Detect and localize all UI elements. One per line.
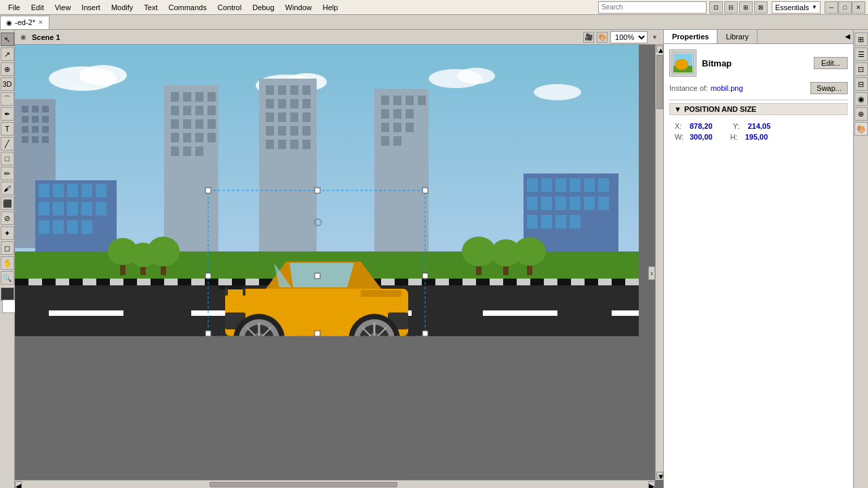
scroll-thumb-h[interactable] xyxy=(210,482,397,487)
tool-eraser[interactable]: ◻ xyxy=(1,241,14,255)
tool-paint[interactable]: ⬛ xyxy=(1,197,14,210)
panel-collapse-btn[interactable]: ◀ xyxy=(842,30,853,43)
instance-row: Instance of: mobil.png Swap... xyxy=(669,82,848,94)
hscroll-track[interactable] xyxy=(22,481,648,488)
tool-lasso[interactable]: ⌒ xyxy=(1,92,14,106)
scroll-thumb-v[interactable] xyxy=(656,55,663,109)
tab-close-icon[interactable]: ✕ xyxy=(38,19,43,26)
scroll-up-btn[interactable]: ▲ xyxy=(656,45,663,52)
menu-modify[interactable]: Modify xyxy=(106,2,138,13)
svg-rect-58 xyxy=(266,140,274,149)
svg-rect-168 xyxy=(49,310,123,316)
menu-control[interactable]: Control xyxy=(212,2,247,13)
svg-rect-56 xyxy=(290,126,298,136)
zoom-arrow-icon[interactable]: ▼ xyxy=(652,34,658,41)
right-icon-4[interactable]: ⊟ xyxy=(854,77,868,91)
menu-edit[interactable]: Edit xyxy=(26,2,50,13)
menu-window[interactable]: Window xyxy=(280,2,317,13)
menu-insert[interactable]: Insert xyxy=(76,2,106,13)
scroll-left-btn[interactable]: ◀ xyxy=(15,481,22,488)
menu-commands[interactable]: Commands xyxy=(163,2,212,13)
tab-library[interactable]: Library xyxy=(717,30,757,43)
svg-rect-124 xyxy=(42,279,56,285)
close-btn[interactable]: ✕ xyxy=(852,1,865,14)
section-position-header[interactable]: ▼ POSITION AND SIZE xyxy=(669,103,848,115)
tool-text[interactable]: T xyxy=(1,122,14,136)
svg-rect-59 xyxy=(278,140,286,149)
tool-transform[interactable]: ⊕ xyxy=(1,62,14,76)
right-icon-3[interactable]: ⊡ xyxy=(854,62,868,76)
zoom-select[interactable]: 100% 50% 200% xyxy=(610,31,648,43)
svg-rect-26 xyxy=(171,106,179,115)
svg-rect-17 xyxy=(42,126,49,133)
tool-eyedropper[interactable]: ✦ xyxy=(1,226,14,240)
vertical-scrollbar[interactable]: ▲ ▼ xyxy=(655,45,663,480)
swap-button[interactable]: Swap... xyxy=(810,82,848,94)
tool-inkbottle[interactable]: ⊘ xyxy=(1,211,14,225)
tb-icon-1[interactable]: ⊡ xyxy=(709,1,723,14)
svg-point-213 xyxy=(675,59,688,70)
tab-file[interactable]: ◉ -ed-2* ✕ xyxy=(0,16,50,29)
tab-properties[interactable]: Properties xyxy=(664,30,717,43)
tool-select[interactable]: ↖ xyxy=(1,33,14,46)
right-panel: Properties Library ◀ Bitmap Edit... xyxy=(663,30,853,488)
svg-rect-101 xyxy=(584,197,595,210)
svg-rect-84 xyxy=(81,202,92,216)
right-icon-color[interactable]: 🎨 xyxy=(854,122,868,136)
svg-rect-86 xyxy=(39,220,50,234)
color-stroke[interactable] xyxy=(1,287,14,301)
svg-rect-82 xyxy=(53,202,64,216)
tb-icon-4[interactable]: ⊠ xyxy=(754,1,768,14)
tool-pencil[interactable]: ✏ xyxy=(1,167,14,180)
horizontal-scrollbar[interactable]: ◀ ▶ xyxy=(15,480,655,488)
tool-line[interactable]: ╱ xyxy=(1,137,14,150)
tb-icon-2[interactable]: ⊟ xyxy=(724,1,738,14)
svg-rect-54 xyxy=(266,126,274,136)
tool-zoom[interactable]: 🔍 xyxy=(1,271,14,285)
menu-text[interactable]: Text xyxy=(138,2,163,13)
svg-rect-35 xyxy=(183,133,191,142)
canvas-collapse-right[interactable]: › xyxy=(648,266,655,280)
canvas-wrapper[interactable]: ▲ ▼ › xyxy=(15,45,663,488)
minimize-btn[interactable]: ─ xyxy=(825,1,838,14)
svg-rect-173 xyxy=(612,310,639,316)
menu-help[interactable]: Help xyxy=(317,2,344,13)
svg-rect-70 xyxy=(381,123,389,132)
svg-rect-156 xyxy=(476,279,490,285)
y-value: 214,05 xyxy=(748,122,771,130)
search-input[interactable] xyxy=(598,1,707,14)
tool-brush[interactable]: 🖌 xyxy=(1,182,14,195)
svg-rect-24 xyxy=(195,92,203,102)
tool-rect[interactable]: □ xyxy=(1,152,14,165)
tb-icon-3[interactable]: ⊞ xyxy=(739,1,753,14)
tool-subselect[interactable]: ↗ xyxy=(1,47,14,61)
tool-pen[interactable]: ✒ xyxy=(1,107,14,121)
tool-hand[interactable]: ✋ xyxy=(1,256,14,270)
camera-btn[interactable]: 🎥 xyxy=(583,32,594,43)
scroll-right-btn[interactable]: ▶ xyxy=(648,481,655,488)
right-icon-2[interactable]: ☰ xyxy=(854,47,868,61)
edit-button[interactable]: Edit... xyxy=(814,57,848,69)
svg-rect-149 xyxy=(381,279,395,285)
right-icon-6[interactable]: ⊕ xyxy=(854,107,868,121)
menu-view[interactable]: View xyxy=(50,2,77,13)
workspace-dropdown[interactable]: Essentials ▼ xyxy=(772,1,821,14)
svg-rect-206 xyxy=(205,331,211,336)
tool-3d[interactable]: 3D xyxy=(1,77,14,91)
right-icon-5[interactable]: ◉ xyxy=(854,92,868,106)
maximize-btn[interactable]: □ xyxy=(838,1,852,14)
color-fill[interactable] xyxy=(2,300,16,313)
svg-rect-138 xyxy=(232,279,245,285)
menu-file[interactable]: File xyxy=(3,2,26,13)
svg-rect-14 xyxy=(42,116,49,123)
svg-rect-76 xyxy=(39,184,50,197)
menu-debug[interactable]: Debug xyxy=(247,2,279,13)
svg-rect-77 xyxy=(53,184,64,197)
svg-rect-128 xyxy=(96,279,110,285)
bitmap-thumbnail xyxy=(669,49,696,77)
svg-point-6 xyxy=(457,68,495,84)
right-icon-1[interactable]: ⊞ xyxy=(854,33,868,46)
color-btn[interactable]: 🎨 xyxy=(597,32,608,43)
svg-rect-91 xyxy=(527,178,538,192)
scroll-down-btn[interactable]: ▼ xyxy=(656,472,663,479)
